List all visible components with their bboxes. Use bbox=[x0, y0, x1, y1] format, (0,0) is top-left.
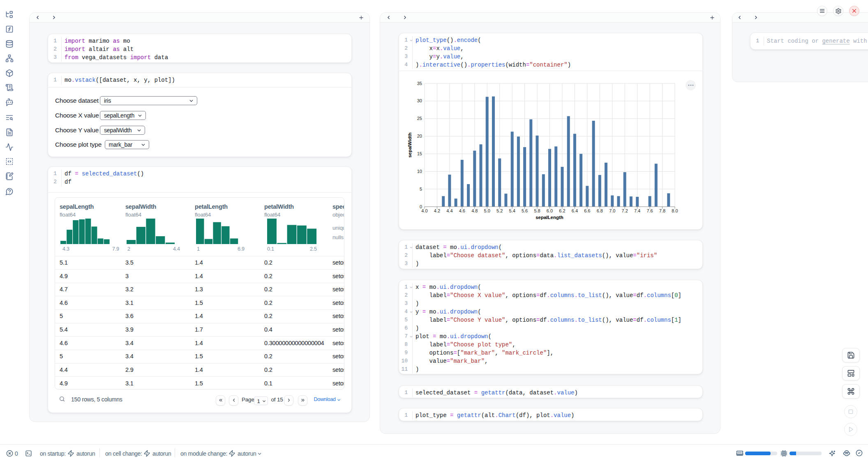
svg-text:35: 35 bbox=[417, 81, 422, 86]
svg-text:6.6: 6.6 bbox=[584, 208, 590, 213]
svg-text:4.0: 4.0 bbox=[421, 208, 427, 213]
svg-text:sepalWidth: sepalWidth bbox=[407, 132, 412, 157]
svg-text:7.8: 7.8 bbox=[659, 208, 665, 213]
svg-text:7.2: 7.2 bbox=[622, 208, 628, 213]
svg-text:7.4: 7.4 bbox=[634, 208, 640, 213]
svg-text:4.6: 4.6 bbox=[459, 208, 465, 213]
svg-text:5.2: 5.2 bbox=[496, 208, 503, 213]
svg-text:25: 25 bbox=[417, 116, 422, 121]
svg-text:5.4: 5.4 bbox=[509, 208, 515, 213]
svg-text:15: 15 bbox=[417, 151, 422, 156]
svg-text:30: 30 bbox=[417, 98, 422, 103]
svg-text:6.2: 6.2 bbox=[559, 208, 565, 213]
svg-text:6.8: 6.8 bbox=[597, 208, 603, 213]
svg-text:4.4: 4.4 bbox=[446, 208, 452, 213]
svg-text:7.0: 7.0 bbox=[609, 208, 615, 213]
svg-text:4.8: 4.8 bbox=[471, 208, 478, 213]
svg-text:4.2: 4.2 bbox=[434, 208, 440, 213]
svg-text:5.0: 5.0 bbox=[484, 208, 490, 213]
svg-text:20: 20 bbox=[417, 134, 422, 138]
svg-text:5.6: 5.6 bbox=[522, 208, 528, 213]
svg-text:5: 5 bbox=[420, 187, 422, 191]
svg-text:0: 0 bbox=[420, 204, 422, 209]
svg-text:10: 10 bbox=[417, 169, 422, 174]
svg-text:6.0: 6.0 bbox=[547, 208, 553, 213]
svg-text:7.6: 7.6 bbox=[646, 208, 653, 213]
svg-text:8.0: 8.0 bbox=[672, 208, 678, 213]
svg-text:6.4: 6.4 bbox=[572, 208, 578, 213]
svg-text:sepalLength: sepalLength bbox=[536, 215, 563, 220]
svg-text:5.8: 5.8 bbox=[534, 208, 540, 213]
